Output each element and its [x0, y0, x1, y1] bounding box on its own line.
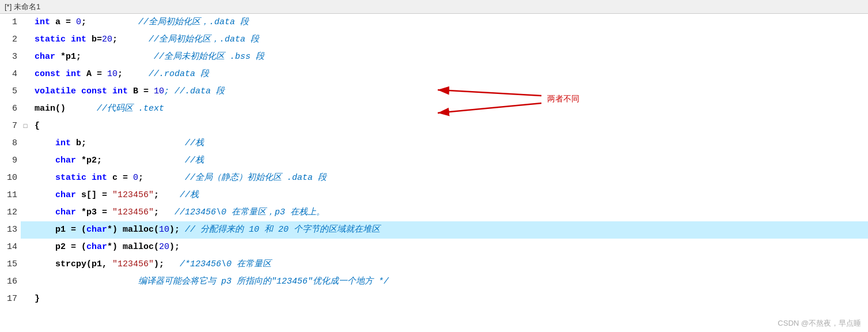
code-segment: char — [86, 239, 107, 256]
code-segment — [86, 169, 92, 187]
code-segment: volatile — [35, 83, 76, 100]
code-segment: ; //.data 段 — [164, 83, 225, 100]
code-line: 14 p2 = (char*) malloc(20); — [0, 239, 868, 256]
code-segment: B = — [128, 83, 154, 100]
code-content: p2 = (char*) malloc(20); — [30, 239, 868, 256]
code-segment — [66, 31, 71, 48]
code-segment: int — [71, 31, 86, 48]
code-segment: // 分配得来的 10 和 20 个字节的区域就在堆区 — [185, 221, 380, 239]
code-segment: //栈 — [102, 152, 204, 169]
code-content: char *p3 = "123456"; //123456\0 在常量区，p3 … — [30, 204, 868, 221]
code-content: char s[] = "123456"; //栈 — [30, 187, 868, 204]
code-line: 16 编译器可能会将它与 p3 所指向的"123456"优化成一个地方 */ — [0, 273, 868, 290]
line-number: 9 — [0, 152, 21, 169]
fold-icon — [21, 31, 30, 48]
fold-icon — [21, 152, 30, 169]
code-line: 15 strcpy(p1, "123456"); /*123456\0 在常量区 — [0, 256, 868, 273]
code-segment: p2 = ( — [35, 239, 86, 256]
code-content: static int b=20; //全局初始化区，.data 段 — [30, 31, 868, 48]
code-content: char *p2; //栈 — [30, 152, 868, 169]
code-segment: 10 — [154, 83, 164, 100]
code-segment: ; — [154, 187, 159, 204]
fold-icon — [21, 100, 30, 118]
code-line: 11 char s[] = "123456"; //栈 — [0, 187, 868, 204]
code-segment: strcpy(p1, — [35, 256, 112, 273]
code-segment: char — [35, 152, 76, 169]
code-segment: "123456" — [112, 256, 154, 273]
code-content: } — [30, 290, 868, 308]
line-number: 7 — [0, 118, 21, 135]
fold-icon — [21, 83, 30, 100]
code-segment: char — [35, 187, 76, 204]
code-segment: 编译器可能会将它与 p3 所指向的"123456"优化成一个地方 */ — [35, 273, 389, 290]
code-content: static int c = 0; //全局（静态）初始化区 .data 段 — [30, 169, 868, 187]
code-segment: //全局初始化区，.data 段 — [117, 31, 259, 48]
code-segment: c = — [107, 169, 133, 187]
code-line: 12 char *p3 = "123456"; //123456\0 在常量区，… — [0, 204, 868, 221]
code-content: p1 = (char*) malloc(10); // 分配得来的 10 和 2… — [30, 221, 868, 239]
code-segment: int — [66, 66, 81, 83]
code-segment: //全局（静态）初始化区 .data 段 — [143, 169, 327, 187]
code-segment: 0 — [76, 14, 81, 31]
code-line: 13 p1 = (char*) malloc(10); // 分配得来的 10 … — [0, 221, 868, 239]
code-segment: char — [86, 221, 107, 239]
code-segment: *p1; — [55, 48, 81, 66]
line-number: 16 — [0, 273, 21, 290]
code-segment: "123456" — [112, 204, 154, 221]
fold-icon — [21, 169, 30, 187]
fold-icon — [21, 187, 30, 204]
code-segment: char — [35, 48, 55, 66]
code-segment: //代码区 .text — [66, 100, 164, 118]
code-line: 7□{ — [0, 118, 868, 135]
code-segment: ); — [154, 256, 164, 273]
code-segment: 10 — [107, 66, 117, 83]
line-number: 8 — [0, 135, 21, 152]
fold-icon — [21, 66, 30, 83]
fold-icon — [21, 221, 30, 239]
code-segment: //.rodata 段 — [123, 66, 209, 83]
fold-icon — [21, 239, 30, 256]
code-segment: int — [112, 83, 128, 100]
line-number: 4 — [0, 66, 21, 83]
code-content: char *p1; //全局未初始化区 .bss 段 — [30, 48, 868, 66]
line-number: 13 — [0, 221, 21, 239]
code-segment: A = — [81, 66, 107, 83]
code-segment: 20 — [159, 239, 169, 256]
code-segment: //全局初始化区，.data 段 — [86, 14, 249, 31]
fold-icon — [21, 273, 30, 290]
line-number: 17 — [0, 290, 21, 308]
code-content: const int A = 10; //.rodata 段 — [30, 66, 868, 83]
code-segment: ; — [117, 66, 123, 83]
line-number: 12 — [0, 204, 21, 221]
code-line: 10 static int c = 0; //全局（静态）初始化区 .data … — [0, 169, 868, 187]
code-line: 4const int A = 10; //.rodata 段 — [0, 66, 868, 83]
fold-icon[interactable]: □ — [21, 118, 30, 135]
code-segment: 20 — [102, 31, 112, 48]
code-line: 17} — [0, 290, 868, 308]
code-segment: { — [35, 118, 40, 135]
code-line: 8 int b; //栈 — [0, 135, 868, 152]
line-number: 3 — [0, 48, 21, 66]
code-segment: "123456" — [112, 187, 154, 204]
code-content: { — [30, 118, 868, 135]
code-line: 3char *p1; //全局未初始化区 .bss 段 — [0, 48, 868, 66]
code-segment: static — [35, 31, 66, 48]
code-area: 1int a = 0; //全局初始化区，.data 段2static int … — [0, 14, 868, 308]
line-number: 1 — [0, 14, 21, 31]
code-segment: ); — [169, 221, 185, 239]
code-segment: /*123456\0 在常量区 — [164, 256, 271, 273]
line-number: 6 — [0, 100, 21, 118]
code-segment: *p2; — [76, 152, 102, 169]
code-segment: ); — [169, 239, 180, 256]
code-content: 编译器可能会将它与 p3 所指向的"123456"优化成一个地方 */ — [30, 273, 868, 290]
code-segment: static — [35, 169, 86, 187]
title-text: [*] 未命名1 — [5, 2, 40, 12]
code-segment: ; — [138, 169, 143, 187]
code-segment — [60, 66, 66, 83]
code-segment: p1 = ( — [35, 221, 86, 239]
editor-container: 1int a = 0; //全局初始化区，.data 段2static int … — [0, 14, 868, 332]
line-number: 2 — [0, 31, 21, 48]
code-content: main() //代码区 .text — [30, 100, 868, 118]
code-segment: *) malloc( — [107, 221, 159, 239]
code-segment: int — [35, 135, 71, 152]
